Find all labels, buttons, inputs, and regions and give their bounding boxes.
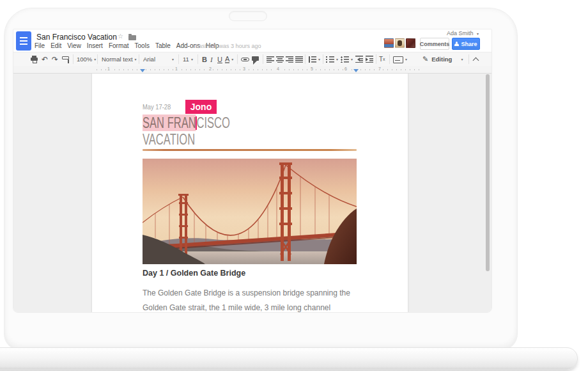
bold-button[interactable]: B xyxy=(202,52,207,66)
folder-icon[interactable] xyxy=(128,35,136,40)
document-title[interactable]: San Francisco Vacation xyxy=(36,33,117,42)
text-color-button[interactable]: A▾ xyxy=(225,52,233,66)
keyboard-icon xyxy=(393,56,403,63)
ruler-number: 4 xyxy=(275,67,281,71)
date-line[interactable]: May 17-28 xyxy=(143,103,171,111)
zoom-select[interactable]: 100%▾ xyxy=(77,52,96,66)
chevron-down-icon: ▾ xyxy=(191,57,193,61)
collaborator-cursor-flag: Jono xyxy=(185,100,217,114)
outdent-button[interactable] xyxy=(355,52,364,66)
paragraph-style-select[interactable]: Normal text▾ xyxy=(102,52,137,66)
menu-tools[interactable]: Tools xyxy=(135,42,150,49)
align-left-button[interactable] xyxy=(267,52,274,66)
laptop-camera-notch xyxy=(229,11,267,21)
justify-icon xyxy=(295,56,303,63)
italic-button[interactable]: I xyxy=(210,52,213,66)
collapse-toolbar-button[interactable] xyxy=(474,52,478,66)
ruler-number: 6 xyxy=(343,67,348,71)
screen: San Francisco Vacation ☆ File Edit View … xyxy=(13,29,492,313)
line-spacing-button[interactable]: ▾ xyxy=(308,52,320,66)
chevron-down-icon: ▾ xyxy=(477,32,479,36)
font-select[interactable]: Arial▾ xyxy=(143,52,174,66)
last-edit-status[interactable]: Last edit was 3 hours ago xyxy=(196,43,261,49)
print-button[interactable] xyxy=(30,52,38,66)
insert-comment-button[interactable] xyxy=(252,52,260,66)
laptop-base xyxy=(0,347,578,370)
pencil-icon: ✎ xyxy=(422,55,428,63)
numbered-list-icon xyxy=(326,56,334,63)
undo-button[interactable]: ↶ xyxy=(42,52,48,66)
chevron-down-icon: ▾ xyxy=(336,57,338,61)
collaborator-avatar-1[interactable] xyxy=(384,38,394,48)
menu-format[interactable]: Format xyxy=(109,42,129,49)
docs-logo-icon[interactable] xyxy=(16,31,31,51)
menu-file[interactable]: File xyxy=(35,42,45,49)
font-size-select[interactable]: 11▾ xyxy=(183,52,193,66)
collaborator-avatar-2[interactable] xyxy=(395,38,405,48)
app-bar: San Francisco Vacation ☆ File Edit View … xyxy=(13,29,491,52)
ruler-number: 2 xyxy=(208,67,213,71)
align-left-icon xyxy=(267,56,274,63)
document-canvas: May 17-28 Jono SAN FRANCISCOVACATION xyxy=(13,74,491,312)
person-icon xyxy=(454,42,459,47)
ruler-number: 7 xyxy=(377,67,382,71)
redo-icon: ↷ xyxy=(52,55,58,64)
bulleted-list-icon xyxy=(341,56,349,63)
chevron-up-icon xyxy=(473,57,479,63)
indent-button[interactable] xyxy=(366,52,374,66)
menu-table[interactable]: Table xyxy=(155,42,171,49)
chevron-down-icon: ▾ xyxy=(405,57,407,61)
comments-button[interactable]: Comments xyxy=(420,38,449,50)
paragraph-line[interactable]: The Golden Gate Bridge is a suspension b… xyxy=(143,288,350,297)
text-color-icon: A xyxy=(225,56,229,63)
bulleted-list-button[interactable]: ▾ xyxy=(341,52,353,66)
laptop-mockup: San Francisco Vacation ☆ File Edit View … xyxy=(0,0,588,371)
undo-icon: ↶ xyxy=(42,55,48,64)
golden-gate-bridge-photo[interactable] xyxy=(143,159,357,264)
outdent-icon xyxy=(355,56,364,63)
print-icon xyxy=(30,56,38,63)
paragraph-line[interactable]: Golden Gate strait, the 1 mile wide, 3 m… xyxy=(143,303,330,312)
menu-insert[interactable]: Insert xyxy=(87,42,103,49)
share-button[interactable]: Share xyxy=(452,38,480,50)
selected-text: SAN FRAN xyxy=(143,114,196,131)
scrollbar[interactable] xyxy=(486,74,490,271)
ruler-number: 1 xyxy=(106,67,111,71)
redo-button[interactable]: ↷ xyxy=(52,52,58,66)
toolbar: ↶ ↷ 100%▾ Normal text▾ Arial▾ 11▾ B I U … xyxy=(13,52,491,67)
horizontal-rule xyxy=(143,149,357,151)
align-center-icon xyxy=(276,56,284,63)
mode-select[interactable]: ✎Editing▾ xyxy=(422,52,463,66)
chevron-down-icon: ▾ xyxy=(318,57,320,61)
menu-edit[interactable]: Edit xyxy=(50,42,61,49)
ruler[interactable]: 1 1 2 3 4 5 6 7 xyxy=(13,66,491,74)
star-icon[interactable]: ☆ xyxy=(118,33,123,40)
document-page[interactable]: May 17-28 Jono SAN FRANCISCOVACATION xyxy=(91,74,408,312)
ruler-number: 3 xyxy=(242,67,247,71)
line-spacing-icon xyxy=(308,56,316,63)
justify-button[interactable] xyxy=(295,52,303,66)
chevron-down-icon: ▾ xyxy=(94,57,96,61)
collaborator-avatar-3[interactable] xyxy=(406,38,415,48)
numbered-list-button[interactable]: ▾ xyxy=(326,52,338,66)
paint-format-icon xyxy=(62,56,70,63)
section-heading[interactable]: Day 1 / Golden Gate Bridge xyxy=(143,269,245,278)
chevron-down-icon: ▾ xyxy=(461,57,463,61)
align-right-icon xyxy=(286,56,293,63)
align-center-button[interactable] xyxy=(276,52,284,66)
chevron-down-icon: ▾ xyxy=(351,57,353,61)
insert-link-button[interactable] xyxy=(241,52,249,66)
menu-bar: File Edit View Insert Format Tools Table… xyxy=(35,42,219,49)
clear-formatting-button[interactable]: Tx xyxy=(379,52,385,66)
menu-view[interactable]: View xyxy=(67,42,81,49)
indent-icon xyxy=(366,56,374,63)
account-menu[interactable]: Ada Smith ▾ xyxy=(447,30,479,36)
align-right-button[interactable] xyxy=(286,52,293,66)
ruler-number: 5 xyxy=(309,67,314,71)
chevron-down-icon: ▾ xyxy=(172,57,174,61)
paint-format-button[interactable] xyxy=(62,52,70,66)
input-tools-button[interactable]: ▾ xyxy=(393,52,407,66)
comment-icon xyxy=(252,56,260,63)
underline-button[interactable]: U xyxy=(217,52,222,66)
document-heading-title[interactable]: SAN FRANCISCOVACATION xyxy=(143,114,230,148)
